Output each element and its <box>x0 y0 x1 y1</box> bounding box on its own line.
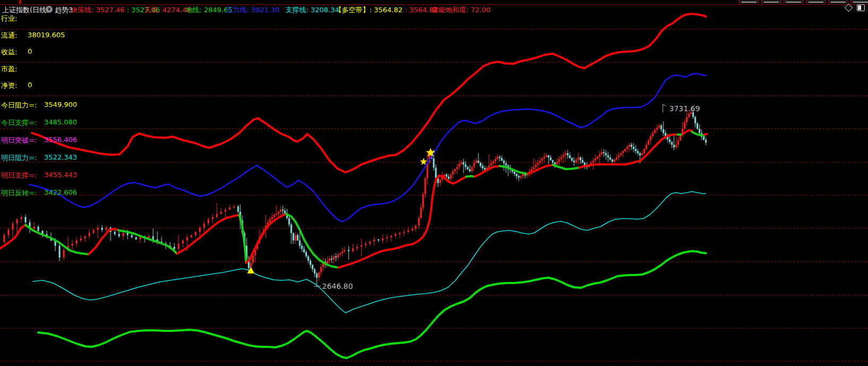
diamond-icon[interactable] <box>845 4 853 12</box>
stock-chart-window: 上证指数(日线) ∨ 趋势3 决策线: 3527.46 : 3527.46天线:… <box>0 0 868 366</box>
window-controls <box>846 4 865 11</box>
info-row: 明日突破=:3556.406 <box>1 136 37 145</box>
cropped-toolbar-button[interactable] <box>828 0 848 4</box>
toolbar-red-mark <box>19 0 21 4</box>
cropped-toolbar-button[interactable] <box>783 0 804 4</box>
info-row: 明日阻力=:3522.343 <box>1 153 37 163</box>
info-row: 流通:38019.605 <box>1 31 17 40</box>
info-row: 净资:0 <box>1 81 17 90</box>
info-row: 今日阻力=:3549.900 <box>1 101 37 110</box>
legend-item: 支撑线: 3208.34 <box>285 5 339 15</box>
info-row: 行业: <box>1 14 17 23</box>
info-row: 市盈: <box>1 64 17 74</box>
legend-item: 天线: 4274.48 <box>144 5 191 15</box>
cropped-toolbar-button[interactable] <box>761 0 781 4</box>
info-row: 今日支撑=:3485.080 <box>1 118 37 128</box>
svg-text:2646.80: 2646.80 <box>322 282 353 290</box>
chart-canvas[interactable]: 3731.692646.80 <box>0 0 868 366</box>
info-row: 收益:0 <box>1 47 17 57</box>
info-row: 明日支撑=:3455.443 <box>1 171 37 180</box>
chart-header: 上证指数(日线) ∨ 趋势3 决策线: 3527.46 : 3527.46天线:… <box>0 4 868 14</box>
legend-item: 压力线: 3921.30 <box>226 5 280 15</box>
legend-item: 【多空带】: 3564.82 : 3564.82 <box>335 5 438 15</box>
cropped-toolbar-button[interactable] <box>850 0 868 4</box>
info-row: 明日反转=:3422.606 <box>1 188 37 198</box>
cropped-toolbar-button[interactable] <box>739 0 759 4</box>
chevron-down-icon[interactable]: ∨ <box>46 6 53 13</box>
split-window-icon[interactable] <box>857 4 865 11</box>
svg-text:3731.69: 3731.69 <box>669 104 700 113</box>
cropped-toolbar-button[interactable] <box>806 0 826 4</box>
legend-item: 量能饱和度: 72.00 <box>432 5 491 15</box>
